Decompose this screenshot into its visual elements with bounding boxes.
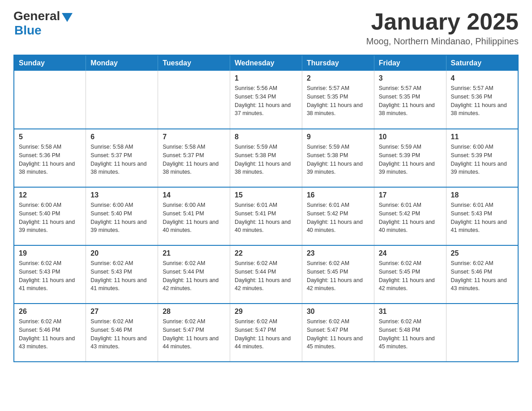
calendar-cell: 11Sunrise: 6:00 AM Sunset: 5:39 PM Dayli… (446, 129, 518, 187)
day-info: Sunrise: 6:02 AM Sunset: 5:45 PM Dayligh… (307, 259, 369, 293)
day-number: 22 (235, 249, 297, 257)
calendar-week-row: 26Sunrise: 6:02 AM Sunset: 5:46 PM Dayli… (14, 304, 518, 362)
calendar-cell (86, 71, 158, 129)
day-info: Sunrise: 5:57 AM Sunset: 5:35 PM Dayligh… (307, 84, 369, 118)
day-info: Sunrise: 5:58 AM Sunset: 5:36 PM Dayligh… (19, 143, 81, 176)
logo-triangle-icon (62, 13, 73, 22)
day-info: Sunrise: 6:02 AM Sunset: 5:46 PM Dayligh… (90, 317, 153, 351)
day-info: Sunrise: 6:00 AM Sunset: 5:40 PM Dayligh… (19, 201, 81, 235)
day-number: 23 (307, 249, 369, 257)
calendar-cell: 18Sunrise: 6:01 AM Sunset: 5:43 PM Dayli… (446, 187, 518, 245)
calendar-cell: 16Sunrise: 6:01 AM Sunset: 5:42 PM Dayli… (302, 187, 374, 245)
calendar-cell: 17Sunrise: 6:01 AM Sunset: 5:42 PM Dayli… (374, 187, 446, 245)
day-info: Sunrise: 5:57 AM Sunset: 5:36 PM Dayligh… (451, 84, 513, 118)
day-number: 11 (451, 133, 513, 141)
calendar-cell: 23Sunrise: 6:02 AM Sunset: 5:45 PM Dayli… (302, 245, 374, 304)
day-number: 5 (19, 133, 81, 141)
day-info: Sunrise: 5:58 AM Sunset: 5:37 PM Dayligh… (90, 143, 153, 176)
page-header: General Blue January 2025 Moog, Northern… (13, 9, 519, 47)
calendar-cell: 3Sunrise: 5:57 AM Sunset: 5:35 PM Daylig… (374, 71, 446, 129)
day-number: 27 (90, 308, 153, 316)
day-of-week-header: Tuesday (158, 55, 230, 71)
day-number: 25 (451, 249, 513, 257)
day-of-week-header: Friday (374, 55, 446, 71)
day-of-week-header: Saturday (446, 55, 518, 71)
calendar-cell: 30Sunrise: 6:02 AM Sunset: 5:47 PM Dayli… (302, 304, 374, 362)
day-number: 8 (235, 133, 297, 141)
day-info: Sunrise: 5:56 AM Sunset: 5:34 PM Dayligh… (235, 84, 297, 118)
calendar-cell: 9Sunrise: 5:59 AM Sunset: 5:38 PM Daylig… (302, 129, 374, 187)
calendar-cell: 15Sunrise: 6:01 AM Sunset: 5:41 PM Dayli… (230, 187, 302, 245)
day-number: 10 (379, 133, 442, 141)
calendar-cell (14, 71, 86, 129)
day-number: 1 (235, 74, 297, 82)
day-info: Sunrise: 6:01 AM Sunset: 5:42 PM Dayligh… (379, 201, 442, 235)
day-info: Sunrise: 6:02 AM Sunset: 5:47 PM Dayligh… (307, 317, 369, 351)
calendar-cell: 21Sunrise: 6:02 AM Sunset: 5:44 PM Dayli… (158, 245, 230, 304)
day-number: 16 (307, 191, 369, 199)
day-number: 18 (451, 191, 513, 199)
day-number: 12 (19, 191, 81, 199)
logo: General Blue (13, 9, 73, 38)
calendar-cell: 25Sunrise: 6:02 AM Sunset: 5:46 PM Dayli… (446, 245, 518, 304)
calendar-cell: 8Sunrise: 5:59 AM Sunset: 5:38 PM Daylig… (230, 129, 302, 187)
month-title: January 2025 (366, 9, 519, 34)
calendar-body: 1Sunrise: 5:56 AM Sunset: 5:34 PM Daylig… (14, 71, 518, 362)
day-number: 7 (163, 133, 225, 141)
calendar-cell: 31Sunrise: 6:02 AM Sunset: 5:48 PM Dayli… (374, 304, 446, 362)
day-number: 20 (90, 249, 153, 257)
calendar-cell: 22Sunrise: 6:02 AM Sunset: 5:44 PM Dayli… (230, 245, 302, 304)
day-number: 19 (19, 249, 81, 257)
day-number: 9 (307, 133, 369, 141)
calendar-cell: 2Sunrise: 5:57 AM Sunset: 5:35 PM Daylig… (302, 71, 374, 129)
day-number: 28 (163, 308, 225, 316)
day-number: 29 (235, 308, 297, 316)
days-of-week-row: SundayMondayTuesdayWednesdayThursdayFrid… (14, 55, 518, 71)
calendar-cell: 29Sunrise: 6:02 AM Sunset: 5:47 PM Dayli… (230, 304, 302, 362)
day-of-week-header: Thursday (302, 55, 374, 71)
day-number: 4 (451, 74, 513, 82)
day-info: Sunrise: 6:02 AM Sunset: 5:43 PM Dayligh… (90, 259, 153, 293)
day-number: 26 (19, 308, 81, 316)
calendar-cell (446, 304, 518, 362)
day-info: Sunrise: 5:59 AM Sunset: 5:38 PM Dayligh… (235, 143, 297, 176)
day-number: 6 (90, 133, 153, 141)
day-info: Sunrise: 6:01 AM Sunset: 5:41 PM Dayligh… (235, 201, 297, 235)
day-of-week-header: Monday (86, 55, 158, 71)
calendar-table: SundayMondayTuesdayWednesdayThursdayFrid… (13, 55, 519, 362)
calendar-week-row: 19Sunrise: 6:02 AM Sunset: 5:43 PM Dayli… (14, 245, 518, 304)
calendar-week-row: 12Sunrise: 6:00 AM Sunset: 5:40 PM Dayli… (14, 187, 518, 245)
location-text: Moog, Northern Mindanao, Philippines (366, 36, 519, 47)
day-number: 24 (379, 249, 442, 257)
day-number: 13 (90, 191, 153, 199)
day-info: Sunrise: 6:02 AM Sunset: 5:44 PM Dayligh… (235, 259, 297, 293)
day-info: Sunrise: 5:58 AM Sunset: 5:37 PM Dayligh… (163, 143, 225, 176)
calendar-cell: 12Sunrise: 6:00 AM Sunset: 5:40 PM Dayli… (14, 187, 86, 245)
logo-blue-text: Blue (14, 23, 42, 38)
day-info: Sunrise: 6:02 AM Sunset: 5:48 PM Dayligh… (379, 317, 442, 351)
calendar-cell: 10Sunrise: 5:59 AM Sunset: 5:39 PM Dayli… (374, 129, 446, 187)
calendar-week-row: 1Sunrise: 5:56 AM Sunset: 5:34 PM Daylig… (14, 71, 518, 129)
day-number: 30 (307, 308, 369, 316)
calendar-cell: 27Sunrise: 6:02 AM Sunset: 5:46 PM Dayli… (86, 304, 158, 362)
calendar-cell: 6Sunrise: 5:58 AM Sunset: 5:37 PM Daylig… (86, 129, 158, 187)
day-number: 2 (307, 74, 369, 82)
day-number: 3 (379, 74, 442, 82)
title-section: January 2025 Moog, Northern Mindanao, Ph… (366, 9, 519, 47)
calendar-cell: 1Sunrise: 5:56 AM Sunset: 5:34 PM Daylig… (230, 71, 302, 129)
calendar-cell: 4Sunrise: 5:57 AM Sunset: 5:36 PM Daylig… (446, 71, 518, 129)
day-info: Sunrise: 6:02 AM Sunset: 5:46 PM Dayligh… (19, 317, 81, 351)
day-of-week-header: Sunday (14, 55, 86, 71)
day-info: Sunrise: 6:02 AM Sunset: 5:43 PM Dayligh… (19, 259, 81, 293)
calendar-cell: 13Sunrise: 6:00 AM Sunset: 5:40 PM Dayli… (86, 187, 158, 245)
calendar-cell: 14Sunrise: 6:00 AM Sunset: 5:41 PM Dayli… (158, 187, 230, 245)
day-info: Sunrise: 6:02 AM Sunset: 5:47 PM Dayligh… (235, 317, 297, 351)
day-info: Sunrise: 6:01 AM Sunset: 5:43 PM Dayligh… (451, 201, 513, 235)
day-info: Sunrise: 6:00 AM Sunset: 5:40 PM Dayligh… (90, 201, 153, 235)
day-info: Sunrise: 6:02 AM Sunset: 5:44 PM Dayligh… (163, 259, 225, 293)
day-number: 15 (235, 191, 297, 199)
day-info: Sunrise: 6:02 AM Sunset: 5:46 PM Dayligh… (451, 259, 513, 293)
calendar-week-row: 5Sunrise: 5:58 AM Sunset: 5:36 PM Daylig… (14, 129, 518, 187)
day-info: Sunrise: 5:57 AM Sunset: 5:35 PM Dayligh… (379, 84, 442, 118)
day-number: 17 (379, 191, 442, 199)
